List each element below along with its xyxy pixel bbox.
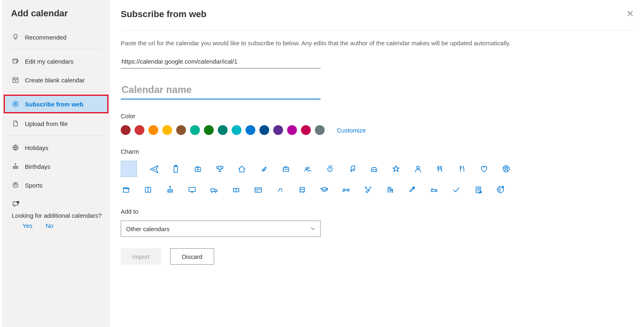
page-title: Subscribe from web — [121, 9, 206, 20]
charm-star-icon[interactable] — [391, 164, 401, 174]
customize-link[interactable]: Customize — [337, 127, 366, 134]
charm-trophy-icon[interactable] — [215, 164, 225, 174]
charm-bus-icon[interactable] — [297, 184, 308, 195]
charm-bike-icon[interactable] — [275, 184, 285, 195]
color-swatch[interactable] — [273, 125, 283, 135]
charm-ticket-icon[interactable] — [231, 184, 241, 195]
feedback-yes[interactable]: Yes — [22, 222, 32, 229]
sidebar-item-label: Holidays — [25, 144, 49, 151]
addto-value: Other calendars — [126, 225, 170, 232]
charm-none[interactable] — [121, 161, 137, 177]
addto-select[interactable]: Other calendars — [121, 221, 321, 237]
charm-person-icon[interactable] — [413, 164, 423, 174]
charm-clapper-icon[interactable] — [121, 184, 131, 195]
charm-book-icon[interactable] — [143, 184, 153, 195]
charm-truck-icon[interactable] — [209, 184, 219, 195]
charm-briefcase-icon[interactable] — [281, 164, 291, 174]
sidebar-item-edit[interactable]: Edit my calendars — [2, 52, 110, 71]
sidebar-item-holidays[interactable]: Holidays — [2, 138, 110, 157]
sidebar-item-label: Recommended — [25, 34, 66, 41]
charm-car-icon[interactable] — [369, 164, 379, 174]
charm-target-icon[interactable] — [495, 184, 506, 195]
feedback-icon — [2, 194, 110, 210]
charm-music-icon[interactable] — [347, 164, 357, 174]
close-icon — [627, 10, 633, 17]
web-icon — [12, 100, 19, 108]
sidebar-item-label: Create blank calendar — [25, 77, 85, 84]
feedback-no[interactable]: No — [46, 222, 53, 229]
charm-monitor-icon[interactable] — [187, 184, 197, 195]
charm-stopwatch-icon[interactable] — [325, 164, 335, 174]
sidebar-item-label: Sports — [25, 182, 42, 189]
edit-calendar-icon — [12, 57, 19, 65]
charm-wrench-icon[interactable] — [407, 184, 418, 195]
blank-calendar-icon — [12, 76, 19, 84]
sidebar-item-label: Edit my calendars — [25, 58, 73, 65]
charm-dumbbell-icon[interactable] — [341, 184, 352, 195]
charm-tools-icon[interactable] — [363, 184, 374, 195]
sidebar-item-label: Subscribe from web — [25, 101, 83, 108]
sidebar-item-recommended[interactable]: Recommended — [2, 28, 110, 46]
cake-icon — [12, 163, 19, 170]
charm-home-icon[interactable] — [237, 164, 247, 174]
main-panel: Subscribe from web Paste the url for the… — [110, 0, 644, 327]
charm-grid — [121, 161, 633, 195]
color-swatch[interactable] — [232, 125, 241, 135]
color-swatch[interactable] — [121, 125, 131, 135]
url-input[interactable] — [121, 55, 321, 68]
sidebar-item-birthdays[interactable]: Birthdays — [2, 157, 110, 176]
color-swatch[interactable] — [259, 125, 269, 135]
close-button[interactable] — [627, 10, 633, 18]
sidebar-item-label: Birthdays — [25, 163, 51, 170]
divider — [9, 49, 103, 49]
svg-point-5 — [17, 201, 19, 203]
globe-icon — [12, 144, 19, 151]
color-swatch[interactable] — [148, 125, 158, 135]
color-swatch[interactable] — [287, 125, 297, 135]
file-icon — [12, 120, 19, 127]
description-text: Paste the url for the calendar you would… — [121, 31, 578, 55]
sidebar: Add calendar Recommended Edit my calenda… — [2, 0, 110, 327]
addto-label: Add to — [121, 208, 633, 215]
calendar-name-input[interactable] — [121, 82, 321, 99]
charm-graduation-icon[interactable] — [319, 184, 330, 195]
color-swatch[interactable] — [190, 125, 200, 135]
charm-balloons-icon[interactable] — [435, 164, 445, 174]
charm-cake-icon[interactable] — [165, 184, 175, 195]
color-swatch[interactable] — [315, 125, 325, 135]
color-swatch[interactable] — [204, 125, 214, 135]
charm-soccer-icon[interactable] — [501, 164, 511, 174]
discard-button[interactable]: Discard — [170, 248, 215, 265]
charm-clipboard-icon[interactable] — [170, 164, 181, 174]
charm-shoe-icon[interactable] — [429, 184, 440, 195]
charm-food-icon[interactable] — [457, 164, 467, 174]
sidebar-item-blank[interactable]: Create blank calendar — [2, 71, 110, 89]
charm-people-icon[interactable] — [303, 164, 313, 174]
color-swatch[interactable] — [246, 125, 255, 135]
charm-creditcard-icon[interactable] — [253, 184, 263, 195]
import-button[interactable]: Import — [121, 248, 161, 265]
charm-pill-icon[interactable] — [259, 164, 269, 174]
sidebar-title: Add calendar — [2, 8, 110, 28]
sidebar-item-subscribe[interactable]: Subscribe from web — [4, 95, 108, 113]
charm-check-icon[interactable] — [451, 184, 462, 195]
color-swatch[interactable] — [218, 125, 228, 135]
sidebar-item-label: Upload from file — [25, 120, 68, 127]
color-swatch[interactable] — [135, 125, 144, 135]
color-swatch[interactable] — [162, 125, 172, 135]
sports-icon — [12, 181, 19, 189]
lightbulb-icon — [12, 33, 19, 41]
charm-building-icon[interactable] — [385, 184, 396, 195]
sidebar-item-upload[interactable]: Upload from file — [2, 114, 110, 133]
color-swatch[interactable] — [176, 125, 186, 135]
divider — [9, 135, 103, 136]
divider — [9, 92, 103, 92]
color-swatch[interactable] — [301, 125, 311, 135]
charm-label: Charm — [121, 148, 633, 155]
looking-text: Looking for additional calendars? — [2, 210, 110, 220]
charm-notes-icon[interactable] — [473, 184, 484, 195]
sidebar-item-sports[interactable]: Sports — [2, 176, 110, 194]
charm-heart-icon[interactable] — [479, 164, 489, 174]
charm-firstaid-icon[interactable] — [193, 164, 203, 174]
charm-plane-icon[interactable] — [148, 164, 159, 174]
